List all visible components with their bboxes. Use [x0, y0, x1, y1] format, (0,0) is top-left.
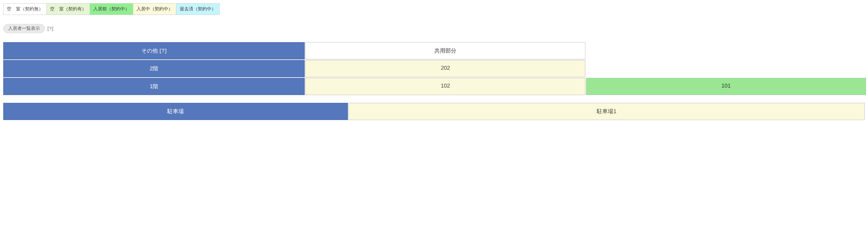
building-row-2f: 2階 202 [3, 60, 865, 77]
unit-202[interactable]: 202 [305, 60, 585, 77]
other-help-link[interactable]: [?] [159, 48, 167, 54]
unit-102[interactable]: 102 [305, 78, 585, 95]
legend-pre-movein: 入居前（契約中） [90, 4, 133, 14]
shared-area-cell[interactable]: 共用部分 [305, 42, 585, 60]
building-row-1f: 1階 102 101 [3, 78, 865, 95]
legend-vacant-no-contract: 空 室（契約無） [4, 4, 47, 14]
parking-grid: 駐車場 駐車場1 [3, 103, 865, 120]
building-grid: その他 [?] 共用部分 2階 202 1階 102 101 [3, 42, 865, 95]
tenant-list-button[interactable]: 入居者一覧表示 [3, 24, 45, 33]
unit-101[interactable]: 101 [586, 78, 866, 95]
parking-row: 駐車場 駐車場1 [3, 103, 865, 120]
status-legend: 空 室（契約無） 空 室（契約有） 入居前（契約中） 入居中（契約中） 退去済（… [3, 3, 220, 15]
building-row-other: その他 [?] 共用部分 [3, 42, 865, 60]
help-link[interactable]: [?] [48, 26, 53, 31]
legend-occupied: 入居中（契約中） [133, 4, 176, 14]
legend-vacant-with-contract: 空 室（契約有） [47, 4, 90, 14]
action-row: 入居者一覧表示 [?] [3, 24, 865, 33]
parking-slot-1[interactable]: 駐車場1 [348, 103, 865, 120]
other-label: その他 [141, 48, 158, 54]
parking-header: 駐車場 [3, 103, 348, 120]
floor-header-2f: 2階 [3, 60, 305, 77]
floor-header-1f: 1階 [3, 78, 305, 95]
legend-moved-out: 退去済（契約中） [176, 4, 219, 14]
floor-header-other: その他 [?] [3, 42, 305, 60]
